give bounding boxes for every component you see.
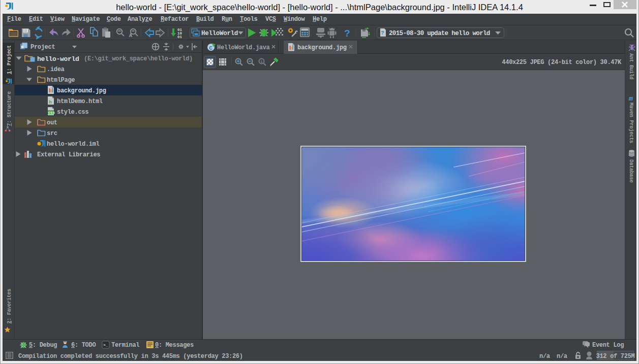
svg-text:Project: Project bbox=[31, 44, 55, 51]
svg-text:(E:\git_work_space\hello-world: (E:\git_work_space\hello-world) bbox=[84, 55, 193, 62]
svg-text:Terminal: Terminal bbox=[111, 342, 139, 349]
svg-text:out: out bbox=[47, 119, 57, 126]
svg-text:C: C bbox=[209, 45, 212, 51]
svg-text:440x225 JPEG (24-bit color) 30: 440x225 JPEG (24-bit color) 30.47K bbox=[502, 59, 622, 66]
svg-text:Event Log: Event Log bbox=[592, 342, 624, 349]
svg-text:01: 01 bbox=[177, 35, 182, 39]
svg-text:htmlDemo.html: htmlDemo.html bbox=[57, 98, 103, 105]
svg-text:HelloWorld: HelloWorld bbox=[201, 30, 238, 37]
svg-text:A: A bbox=[129, 33, 132, 39]
svg-text:?: ? bbox=[344, 28, 350, 39]
svg-text:HelloWorld.java: HelloWorld.java bbox=[217, 44, 270, 51]
svg-text:5: Debug: 5: Debug bbox=[29, 342, 57, 349]
svg-text:External Libraries: External Libraries bbox=[37, 151, 100, 158]
svg-text:n/a: n/a bbox=[539, 353, 550, 360]
svg-text:hello-world.iml: hello-world.iml bbox=[47, 141, 100, 148]
svg-text:src: src bbox=[47, 130, 57, 137]
svg-text:B: B bbox=[21, 45, 24, 49]
svg-text:n/a: n/a bbox=[557, 353, 567, 360]
svg-text:background.jpg: background.jpg bbox=[57, 87, 106, 94]
svg-text:h: h bbox=[49, 100, 52, 105]
svg-text:312 of 725M: 312 of 725M bbox=[596, 353, 635, 360]
svg-text:2015-08-30 update hello world: 2015-08-30 update hello world bbox=[389, 30, 490, 37]
svg-text:6: TODO: 6: TODO bbox=[71, 342, 96, 349]
svg-text:0: Messages: 0: Messages bbox=[155, 342, 194, 349]
svg-text:style.css: style.css bbox=[57, 109, 88, 116]
svg-text:css: css bbox=[48, 111, 55, 115]
svg-text:hello-world: hello-world bbox=[37, 55, 79, 63]
svg-text:.idea: .idea bbox=[47, 66, 65, 73]
svg-text:?: ? bbox=[381, 30, 384, 36]
svg-text:background.jpg: background.jpg bbox=[297, 44, 347, 51]
svg-text:htmlPage: htmlPage bbox=[47, 77, 75, 84]
svg-text:1: 1 bbox=[260, 59, 263, 64]
svg-text:Compilation completed successf: Compilation completed successfully in 3s… bbox=[18, 353, 243, 360]
svg-text:>_: >_ bbox=[103, 343, 108, 347]
